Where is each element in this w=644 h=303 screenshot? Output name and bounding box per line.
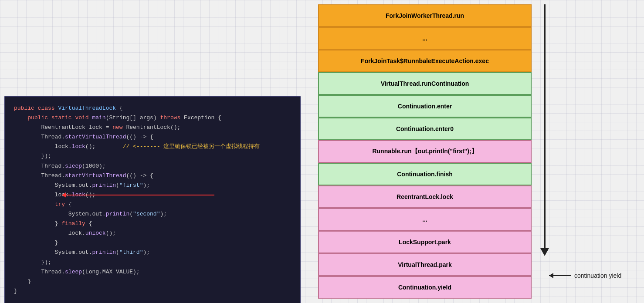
- stack-box-b4: VirtualThread.runContinuation: [318, 72, 532, 95]
- stack-box-label: Continuation.finish: [397, 171, 453, 178]
- code-line: Thread.sleep(1000);: [14, 162, 291, 171]
- stack-box-label: VirtualThread.park: [398, 261, 451, 268]
- stack-box-b10: ...: [318, 208, 532, 231]
- code-line: }: [14, 238, 291, 248]
- stack-box-b3: ForkJoinTask$RunnbaleExecuteAction.exec: [318, 50, 532, 72]
- code-line: Thread.sleep(Long.MAX_VALUE);: [14, 267, 291, 277]
- code-line: }: [14, 286, 291, 296]
- code-line: public static void main(String[] args) t…: [14, 113, 291, 123]
- yield-label-text: continuation yield: [574, 272, 621, 279]
- code-line: Thread.startVirtualThread(() -> {: [14, 132, 291, 142]
- code-line: public class VirtualThreadLock {: [14, 104, 291, 113]
- code-panel: public class VirtualThreadLock { public …: [4, 96, 301, 303]
- code-line: } finally {: [14, 219, 291, 229]
- stack-box-b7: Runnable.run【out.println("first");】: [318, 140, 532, 163]
- code-line: });: [14, 152, 291, 161]
- code-line: }: [14, 277, 291, 286]
- code-line: lock.lock(); // <------- 这里确保锁已经被另一个虚拟线程…: [14, 142, 291, 152]
- stack-box-label: LockSupport.park: [399, 239, 451, 246]
- down-arrow: [540, 4, 549, 266]
- stack-box-b9: ReentrantLock.lock: [318, 185, 532, 208]
- code-line: System.out.println("third");: [14, 248, 291, 257]
- stack-box-b2: ...: [318, 27, 532, 50]
- stack-box-label: Continuation.enter0: [396, 125, 454, 132]
- stack-box-label: Continuation.enter: [398, 103, 452, 110]
- code-line: System.out.println("second");: [14, 209, 291, 219]
- stack-box-label: ForkJoinTask$RunnbaleExecuteAction.exec: [361, 57, 489, 64]
- stack-box-b6: Continuation.enter0: [318, 118, 532, 140]
- code-line: lock.unlock();: [14, 229, 291, 238]
- code-line: });: [14, 258, 291, 267]
- stack-box-b5: Continuation.enter: [318, 95, 532, 118]
- stack-box-b12: VirtualThread.park: [318, 253, 532, 276]
- stack-box-label: ForkJoinWorkerThread.run: [386, 12, 464, 19]
- code-line: lock.lock();: [14, 190, 291, 200]
- stack-box-label: Continuation.yield: [398, 284, 451, 291]
- yield-label: continuation yield: [549, 272, 621, 279]
- code-line: ReentrantLock lock = new ReentrantLock()…: [14, 123, 291, 132]
- stack-panel: ForkJoinWorkerThread.run...ForkJoinTask$…: [318, 4, 532, 299]
- stack-box-label: Runnable.run【out.println("first");】: [372, 148, 477, 155]
- code-line: Thread.startVirtualThread(() -> {: [14, 171, 291, 181]
- stack-box-label: ReentrantLock.lock: [397, 193, 453, 200]
- stack-box-label: ...: [422, 35, 427, 42]
- stack-box-label: ...: [422, 216, 427, 223]
- stack-box-b13: Continuation.yield: [318, 276, 532, 299]
- yield-arrow-icon: [549, 275, 571, 276]
- stack-box-b1: ForkJoinWorkerThread.run: [318, 4, 532, 27]
- code-line: System.out.println("first");: [14, 181, 291, 190]
- stack-box-label: VirtualThread.runContinuation: [381, 80, 469, 87]
- stack-box-b8: Continuation.finish: [318, 163, 532, 185]
- code-line: try {: [14, 200, 291, 209]
- red-arrow-icon: [62, 195, 214, 195]
- stack-box-b11: LockSupport.park: [318, 231, 532, 253]
